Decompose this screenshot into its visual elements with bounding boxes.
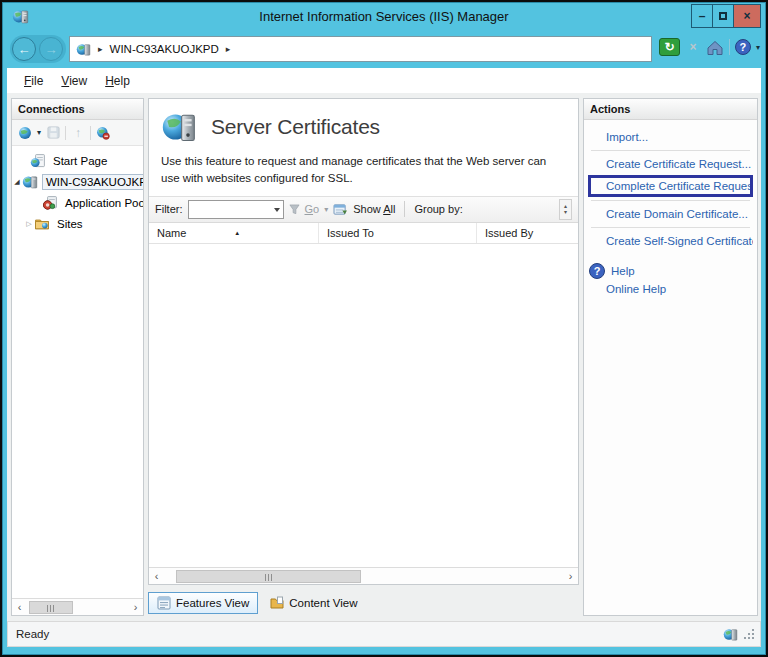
- separator: [591, 200, 750, 201]
- toolbar-divider: [90, 126, 91, 140]
- action-create-self-signed-certificate[interactable]: Create Self-Signed Certificate...: [588, 231, 753, 251]
- start-page-icon: [30, 153, 46, 169]
- title-bar[interactable]: Internet Information Services (IIS) Mana…: [3, 3, 765, 30]
- tree-item-server[interactable]: ◢ WIN-C93AKUOJKPD: [12, 171, 143, 192]
- create-connection-button[interactable]: [17, 125, 33, 141]
- scroll-left-icon[interactable]: ‹: [149, 569, 164, 584]
- features-view-icon: [157, 596, 171, 610]
- delete-globe-icon: [96, 126, 110, 140]
- scroll-left-icon[interactable]: ‹: [12, 600, 27, 615]
- features-pane: Server Certificates Use this feature to …: [148, 98, 579, 585]
- breadcrumb-arrow-icon: ▸: [98, 44, 103, 54]
- forward-icon: →: [45, 42, 58, 57]
- back-icon: ←: [18, 42, 31, 57]
- scroll-right-icon[interactable]: ›: [128, 600, 143, 615]
- menu-bar: File View Help: [7, 68, 761, 93]
- save-connections-button[interactable]: [45, 125, 61, 141]
- close-icon: ×: [743, 9, 750, 23]
- connections-panel: Connections ▾: [11, 98, 144, 616]
- menu-help[interactable]: Help: [96, 71, 139, 91]
- breadcrumb-arrow-icon[interactable]: ▸: [226, 44, 231, 54]
- show-all-icon: [333, 203, 348, 216]
- tab-features-view[interactable]: Features View: [148, 592, 258, 614]
- action-create-domain-certificate[interactable]: Create Domain Certificate...: [588, 204, 753, 224]
- tree-item-sites[interactable]: ▷ Sites: [12, 213, 143, 234]
- minimize-button[interactable]: –: [691, 4, 713, 28]
- spinner-down-icon[interactable]: ▾: [564, 209, 567, 215]
- help-badge: ?: [589, 263, 605, 279]
- refresh-button[interactable]: ↻: [659, 38, 680, 56]
- column-header-issued-to[interactable]: Issued To: [319, 223, 477, 243]
- tree-item-application-pools[interactable]: Application Poo: [12, 192, 143, 213]
- home-button home-icon[interactable]: [706, 39, 724, 56]
- action-help[interactable]: Help: [609, 263, 637, 279]
- iis-manager-window: Internet Information Services (IIS) Mana…: [2, 2, 766, 655]
- toolbar-overflow-spinner[interactable]: ▴ ▾: [559, 199, 572, 220]
- go-dropdown-icon[interactable]: ▾: [324, 205, 328, 214]
- tree-expanded-icon[interactable]: ◢: [12, 178, 22, 186]
- list-column-headers: Name ▲ Issued To Issued By: [149, 223, 578, 244]
- column-header-name[interactable]: Name ▲: [149, 223, 319, 243]
- menu-view[interactable]: View: [52, 71, 96, 91]
- save-floppy-icon: [47, 126, 60, 139]
- create-connection-dropdown-icon[interactable]: ▾: [37, 128, 41, 137]
- up-arrow-icon: ↑: [75, 126, 81, 140]
- go-button[interactable]: Go: [305, 203, 320, 215]
- filter-combo[interactable]: [188, 200, 284, 219]
- tab-label: Content View: [289, 597, 357, 609]
- action-create-certificate-request[interactable]: Create Certificate Request...: [588, 154, 753, 174]
- server-certificates-icon: [161, 109, 197, 145]
- scrollbar-thumb[interactable]: [29, 601, 73, 614]
- application-pools-icon: [42, 195, 58, 211]
- help-dropdown-icon[interactable]: ▾: [756, 43, 760, 52]
- stop-button[interactable]: ×: [685, 39, 701, 55]
- column-header-issued-by[interactable]: Issued By: [477, 223, 578, 243]
- group-by-label: Group by:: [414, 203, 462, 215]
- toolbar-divider: [729, 39, 730, 55]
- toolbar-divider: [65, 126, 66, 140]
- scroll-right-icon[interactable]: ›: [563, 569, 578, 584]
- breadcrumb-server-name[interactable]: WIN-C93AKUOJKPD: [110, 43, 219, 55]
- tree-label-application-pools: Application Poo: [62, 196, 143, 210]
- tab-content-view[interactable]: Content View: [262, 593, 365, 613]
- address-bar: ← → ▸ WIN-C93AKUOJKPD ▸ ↻: [3, 30, 765, 68]
- features-horizontal-scrollbar[interactable]: ‹ ›: [149, 567, 578, 584]
- server-node-icon: [22, 174, 38, 190]
- actions-panel: Actions Import... Create Certificate Req…: [583, 98, 758, 616]
- menu-file[interactable]: File: [15, 71, 52, 91]
- scrollbar-thumb[interactable]: [176, 570, 361, 583]
- action-online-help[interactable]: Online Help: [588, 279, 753, 299]
- back-button[interactable]: ←: [12, 37, 36, 61]
- tree-label-server: WIN-C93AKUOJKPD: [42, 174, 143, 190]
- close-button[interactable]: ×: [733, 4, 761, 28]
- resize-grip[interactable]: [744, 637, 746, 639]
- window-title: Internet Information Services (IIS) Mana…: [3, 3, 765, 30]
- tree-collapsed-icon[interactable]: ▷: [24, 220, 34, 228]
- breadcrumb[interactable]: ▸ WIN-C93AKUOJKPD ▸: [69, 36, 652, 62]
- filter-input[interactable]: [191, 202, 271, 217]
- tree-item-start-page[interactable]: Start Page: [12, 150, 143, 171]
- up-level-button[interactable]: ↑: [70, 125, 86, 141]
- delete-connection-button[interactable]: [95, 125, 111, 141]
- show-all-button[interactable]: Show All: [353, 203, 395, 215]
- forward-button[interactable]: →: [39, 37, 63, 61]
- action-complete-certificate-request[interactable]: Complete Certificate Request...: [591, 178, 750, 194]
- view-tabs: Features View Content View: [148, 590, 579, 616]
- connections-toolbar: ▾ ↑: [12, 120, 143, 146]
- page-title: Server Certificates: [211, 115, 380, 139]
- certificates-list-empty[interactable]: [149, 244, 578, 568]
- maximize-button[interactable]: [712, 4, 734, 28]
- stop-icon: ×: [689, 40, 696, 54]
- connections-tree: Start Page ◢ WIN-C93AKUOJKPD: [12, 146, 143, 598]
- filter-label: Filter:: [155, 203, 183, 215]
- help-button[interactable]: ?: [735, 39, 751, 55]
- filter-toolbar: Filter: Go ▾: [149, 196, 578, 223]
- tab-label: Features View: [176, 597, 249, 609]
- navigation-pill: ← →: [10, 35, 66, 63]
- action-import[interactable]: Import...: [588, 127, 753, 147]
- connections-horizontal-scrollbar[interactable]: ‹ ›: [12, 598, 143, 615]
- combo-dropdown-icon[interactable]: [274, 208, 280, 212]
- connect-globe-icon: [18, 126, 32, 140]
- maximize-icon: [719, 12, 727, 20]
- tree-label-sites: Sites: [54, 217, 86, 231]
